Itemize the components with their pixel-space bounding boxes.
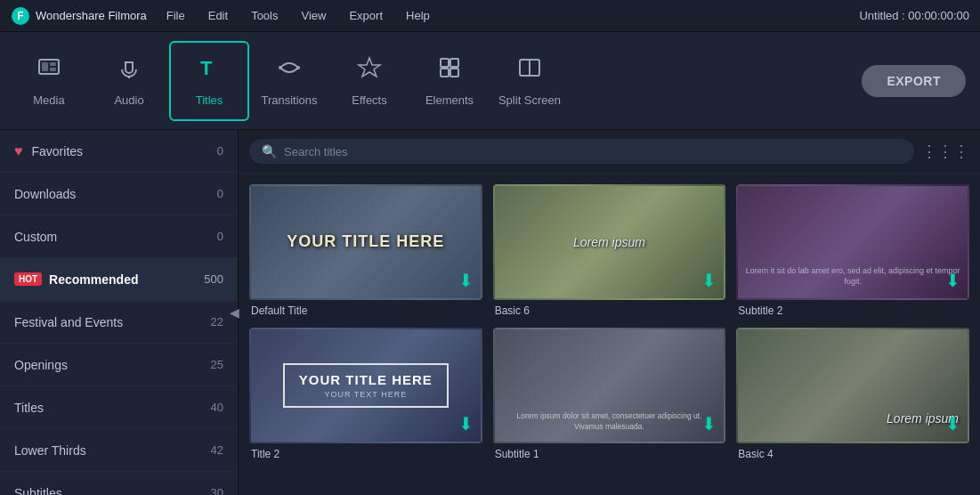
sidebar-count-lowerthirds: 42 (198, 443, 223, 457)
search-input[interactable] (284, 145, 902, 158)
sidebar-label-recommended: Recommended (49, 272, 198, 287)
titles-icon: T (197, 55, 222, 86)
effects-label: Effects (352, 93, 387, 107)
title-bar: F Wondershare Filmora File Edit Tools Vi… (0, 0, 980, 32)
menu-tools[interactable]: Tools (247, 7, 281, 24)
sidebar-count-recommended: 500 (198, 272, 223, 286)
effects-icon (357, 55, 382, 86)
menu-edit[interactable]: Edit (205, 7, 231, 24)
thumb-default-title: YOUR TITLE HERE ⬇ (249, 184, 482, 300)
svg-rect-4 (50, 62, 56, 66)
content-panel: 🔍 ⋮⋮⋮ YOUR TITLE HERE ⬇ Default Title Lo… (239, 130, 980, 495)
app-logo-icon: F (11, 6, 30, 26)
grid-item-subtitle1[interactable]: Lorem ipsum dolor sit amet, consectetuer… (493, 328, 726, 460)
menu-view[interactable]: View (297, 7, 329, 24)
tool-splitscreen[interactable]: Split Screen (490, 41, 570, 121)
sidebar-item-subtitles[interactable]: Subtitles 30 (0, 472, 238, 495)
tool-elements[interactable]: Elements (409, 41, 490, 121)
svg-rect-14 (450, 69, 458, 77)
main-area: ♥ Favorites 0 Downloads 0 Custom 0 HOT R… (0, 130, 980, 495)
grid-label-subtitle1: Subtitle 1 (493, 448, 726, 460)
sidebar-count-openings: 25 (198, 358, 223, 371)
grid-item-basic6[interactable]: Lorem ipsum ⬇ Basic 6 (493, 184, 726, 317)
sidebar-label-festival: Festival and Events (14, 315, 198, 329)
export-button[interactable]: EXPORT (862, 65, 966, 97)
download-icon-basic6: ⬇ (701, 270, 717, 291)
grid-item-subtitle2[interactable]: Lorem it sit do lab amet ero, sed ad eli… (736, 184, 969, 317)
download-icon-basic4: ⬇ (945, 413, 960, 434)
sidebar-item-custom[interactable]: Custom 0 (0, 215, 238, 258)
svg-point-8 (279, 66, 282, 69)
elements-label: Elements (425, 93, 474, 107)
sidebar-item-festival[interactable]: Festival and Events 22 (0, 301, 238, 344)
sidebar-item-favorites[interactable]: ♥ Favorites 0 (0, 130, 238, 173)
sidebar-collapse-arrow[interactable]: ◀ (230, 305, 239, 320)
project-title: Untitled : 00:00:00:00 (859, 9, 969, 22)
toolbar: Media Audio T Titles Transi (0, 32, 980, 130)
download-icon-subtitle2: ⬇ (945, 270, 960, 291)
splitscreen-icon (517, 55, 542, 86)
thumb-title2: YOUR TITLE HERE YOUR TEXT HERE ⬇ (249, 328, 482, 443)
search-icon: 🔍 (262, 144, 277, 158)
tool-titles[interactable]: T Titles (169, 41, 249, 121)
menu-export[interactable]: Export (345, 7, 386, 24)
sidebar-container: ♥ Favorites 0 Downloads 0 Custom 0 HOT R… (0, 130, 239, 495)
download-icon-subtitle1: ⬇ (701, 413, 717, 434)
sidebar-item-titles[interactable]: Titles 40 (0, 386, 238, 429)
sidebar-label-custom: Custom (14, 230, 198, 244)
sidebar-count-titles: 40 (198, 401, 223, 414)
download-icon-default: ⬇ (458, 270, 474, 291)
download-icon-title2: ⬇ (458, 413, 474, 434)
titles-grid: YOUR TITLE HERE ⬇ Default Title Lorem ip… (239, 174, 980, 495)
thumb-text-basic6: Lorem ipsum (573, 235, 645, 249)
sidebar-count-festival: 22 (198, 315, 223, 329)
grid-item-default-title[interactable]: YOUR TITLE HERE ⬇ Default Title (249, 184, 482, 317)
menu-help[interactable]: Help (402, 7, 433, 24)
thumb-text-default: YOUR TITLE HERE (287, 232, 444, 252)
sidebar-count-favorites: 0 (198, 144, 223, 158)
sidebar-label-titles: Titles (14, 401, 198, 415)
tool-transitions[interactable]: Transitions (249, 41, 329, 121)
grid-label-basic6: Basic 6 (493, 304, 726, 317)
sidebar-item-downloads[interactable]: Downloads 0 (0, 173, 238, 215)
svg-rect-3 (42, 62, 48, 71)
svg-rect-11 (441, 59, 449, 67)
sidebar-label-favorites: Favorites (32, 144, 199, 158)
elements-icon (437, 55, 462, 86)
media-icon (36, 55, 61, 86)
search-bar: 🔍 ⋮⋮⋮ (239, 130, 980, 174)
app-name: Wondershare Filmora (36, 9, 147, 22)
sidebar-count-subtitles: 30 (198, 486, 223, 495)
sidebar-count-downloads: 0 (198, 187, 223, 200)
tool-effects[interactable]: Effects (329, 41, 409, 121)
thumb-text-subtitle1: Lorem ipsum dolor sit amet, consectetuer… (502, 411, 717, 433)
tool-audio[interactable]: Audio (89, 41, 169, 121)
heart-icon: ♥ (14, 143, 23, 159)
transitions-label: Transitions (261, 93, 317, 107)
grid-options-icon[interactable]: ⋮⋮⋮ (921, 142, 969, 161)
audio-label: Audio (114, 93, 143, 107)
transitions-icon (277, 55, 302, 86)
splitscreen-label: Split Screen (498, 93, 561, 107)
media-label: Media (33, 93, 64, 107)
svg-marker-10 (359, 58, 380, 77)
tool-media[interactable]: Media (9, 41, 89, 121)
grid-label-default-title: Default Title (249, 304, 482, 317)
sidebar-item-openings[interactable]: Openings 25 (0, 344, 238, 386)
sidebar-count-custom: 0 (198, 230, 223, 243)
thumb-basic4: Lorem ipsum ⬇ (736, 328, 969, 443)
search-input-wrapper: 🔍 (249, 139, 914, 164)
grid-item-basic4[interactable]: Lorem ipsum ⬇ Basic 4 (736, 328, 969, 460)
svg-rect-5 (50, 68, 56, 71)
svg-rect-12 (450, 59, 458, 67)
sidebar-item-recommended[interactable]: HOT Recommended 500 (0, 258, 238, 301)
sidebar-item-lowerthirds[interactable]: Lower Thirds 42 (0, 429, 238, 472)
app-logo-area: F Wondershare Filmora (11, 6, 147, 26)
titles-label: Titles (196, 93, 223, 107)
thumb-subtitle2: Lorem it sit do lab amet ero, sed ad eli… (736, 184, 969, 300)
sidebar-label-openings: Openings (14, 358, 198, 372)
svg-text:T: T (200, 57, 213, 79)
menu-file[interactable]: File (163, 7, 189, 24)
grid-item-title2[interactable]: YOUR TITLE HERE YOUR TEXT HERE ⬇ Title 2 (249, 328, 482, 460)
hot-badge: HOT (14, 272, 42, 286)
